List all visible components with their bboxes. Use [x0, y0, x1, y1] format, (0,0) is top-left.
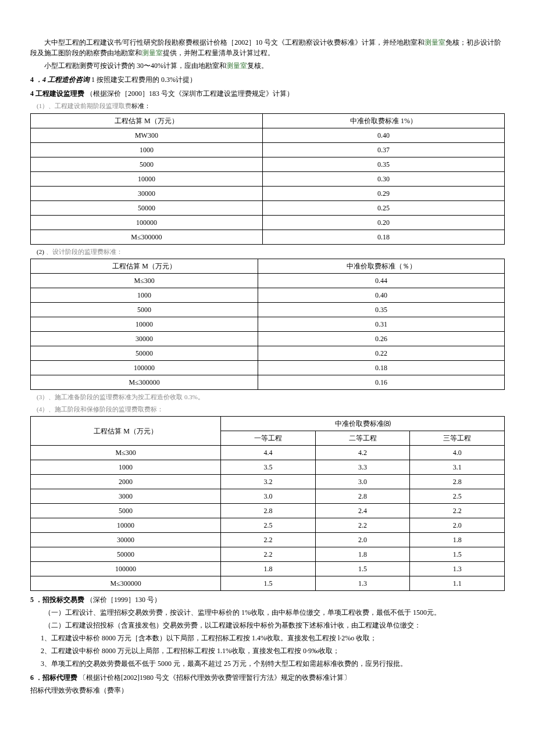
col-header: 中准价取费标准 1%） — [262, 113, 504, 128]
table-row: 300000.26 — [31, 332, 505, 346]
table-cell: 3.0 — [315, 475, 410, 489]
table-cell: 1000 — [31, 460, 221, 475]
table-cell: 2000 — [31, 475, 221, 489]
table-cell: 0.35 — [258, 303, 505, 317]
table-cell: 0.29 — [262, 186, 504, 200]
table-cell: 3.0 — [221, 489, 316, 504]
table-cell: 2.0 — [410, 518, 505, 533]
title: ．招标代理费 — [35, 673, 77, 682]
table-row: 10000.40 — [31, 288, 505, 303]
table-cell: 100000 — [31, 361, 258, 375]
text: 大中型工程的工程建议书/可行性研究阶段勘察费根据计价格［2002］10 号文《工… — [44, 38, 425, 46]
table-cell: 3000 — [31, 489, 221, 504]
table-row: 100002.52.22.0 — [31, 518, 505, 533]
table-row: M≤3000000.18 — [31, 230, 505, 244]
table-cell: 3.3 — [315, 460, 410, 475]
text-gray: (1）、工程建设前期阶段监理取费 — [37, 102, 131, 109]
table-cell: M≤300000 — [31, 230, 263, 244]
col-header: 工程估算 M（万元） — [31, 259, 258, 274]
table-cell: 2.4 — [315, 504, 410, 518]
table-cell: 0.25 — [262, 200, 504, 215]
table-cell: 0.31 — [258, 317, 505, 332]
text-gray: 、设计阶段的监理费标准： — [44, 248, 123, 255]
title: 4 工程建设监理费 — [30, 89, 84, 98]
table-cell: 0.37 — [262, 142, 504, 157]
heading-4: 4 工程建设监理费 （根据深价［2000］183 号文《深圳市工程建设监理费规定… — [30, 88, 505, 99]
table-cell: 1.3 — [315, 576, 410, 591]
table-row: 500002.21.81.5 — [31, 547, 505, 562]
text-green: 测量室 — [425, 38, 445, 46]
table-cell: 0.26 — [258, 332, 505, 346]
table-cell: 0.18 — [258, 361, 505, 375]
paragraph-survey-1: 大中型工程的工程建议书/可行性研究阶段勘察费根据计价格［2002］10 号文《工… — [30, 37, 505, 58]
table-cell: 1000 — [31, 288, 258, 303]
col-header: 工程估算 M（万元） — [31, 113, 263, 128]
table-cell: 1.5 — [315, 562, 410, 576]
text: 提供，并附工程量清单及计算过程。 — [163, 49, 274, 57]
table-row: 10000.37 — [31, 142, 505, 157]
paragraph-5-1: （一）工程设计、监理招标交易效劳费，按设计、监理中标价的 1%收取，由中标单位缴… — [30, 607, 505, 618]
table-row: 300000.29 — [31, 186, 505, 200]
table-row: M≤3000001.51.31.1 — [31, 576, 505, 591]
col-subheader: 一等工程 — [221, 431, 316, 446]
table-cell: 1.1 — [410, 576, 505, 591]
subhead-3: (3）、施工准备阶段的监理费标准为按工程造价收取 0.3%。 — [30, 392, 505, 402]
col-subheader: 二等工程 — [315, 431, 410, 446]
table-row: 1000000.20 — [31, 215, 505, 230]
table-cell: 10000 — [31, 171, 263, 186]
table-cell: 4.2 — [315, 446, 410, 460]
table-cell: 3.5 — [221, 460, 316, 475]
table-cell: 2.8 — [315, 489, 410, 504]
table-cell: 0.44 — [258, 274, 505, 288]
paragraph-6: 招标代理效劳收费标准（费率） — [30, 685, 505, 696]
table-row: 1000001.81.51.3 — [31, 562, 505, 576]
table-cell: 2.0 — [315, 533, 410, 547]
table-row: 100000.30 — [31, 171, 505, 186]
table-cell: 100000 — [31, 562, 221, 576]
table-cell: 4.0 — [410, 446, 505, 460]
table-row: M≤3004.44.24.0 — [31, 446, 505, 460]
col-subheader: 三等工程 — [410, 431, 505, 446]
table-cell: 0.35 — [262, 157, 504, 171]
table-cell: 0.18 — [262, 230, 504, 244]
table-row: 500000.25 — [31, 200, 505, 215]
table-cell: 1.5 — [221, 576, 316, 591]
table-cell: 1000 — [31, 142, 263, 157]
table-cell: 2.2 — [410, 504, 505, 518]
table-row: 100000.31 — [31, 317, 505, 332]
text: 小型工程勘测费可按设计费的 30〜40%计算，应由地勘室和 — [44, 62, 226, 70]
table-row: 10003.53.33.1 — [31, 460, 505, 475]
table-cell: 3.2 — [221, 475, 316, 489]
num: 6 — [30, 673, 34, 682]
table-cell: 2.2 — [221, 533, 316, 547]
table-row: 30003.02.82.5 — [31, 489, 505, 504]
subhead-4: (4）、施工阶段和保修阶段的监理费取费标： — [30, 404, 505, 414]
text-green: 测量室 — [142, 49, 163, 57]
table-cell: 0.22 — [258, 346, 505, 361]
note: 1 按照建安工程费用的 0.3%计提） — [91, 76, 197, 84]
table-cell: 100000 — [31, 215, 263, 230]
note: 〔根据计价格[2002]1980 号文《招标代理效劳收费管理暂行方法》规定的收费… — [79, 673, 351, 682]
col-header: 中准价取费标准（％） — [258, 259, 505, 274]
table-cell: 2.8 — [410, 475, 505, 489]
table-cell: 1.8 — [410, 533, 505, 547]
table-cell: 0.20 — [262, 215, 504, 230]
table-row: 500000.22 — [31, 346, 505, 361]
table-cell: 5000 — [31, 157, 263, 171]
title: ．招投标交易费 — [35, 596, 84, 604]
table-cell: 0.40 — [258, 288, 505, 303]
paragraph-5-5: 3、单项工程的交易效劳费最低不低于 5000 元，最高不超过 25 万元，个别特… — [30, 658, 505, 669]
table-cell: 50000 — [31, 547, 221, 562]
table-row: 20003.23.02.8 — [31, 475, 505, 489]
table-cell: 2.2 — [221, 547, 316, 562]
table-cell: 2.8 — [221, 504, 316, 518]
text: 标准： — [131, 102, 151, 109]
table-cell: M≤300000 — [31, 375, 258, 390]
paragraph-5-3: 1、工程建设中标价 8000 万元［含本数）以下局部，工程招标工程按 1.4%收… — [30, 633, 505, 643]
table-cell: 5000 — [31, 504, 221, 518]
table-cell: 1.3 — [410, 562, 505, 576]
table-row: MW3000.40 — [31, 128, 505, 142]
table-cell: 4.4 — [221, 446, 316, 460]
subhead-1: (1）、工程建设前期阶段监理取费标准： — [30, 101, 505, 111]
num: 4 — [30, 76, 34, 84]
